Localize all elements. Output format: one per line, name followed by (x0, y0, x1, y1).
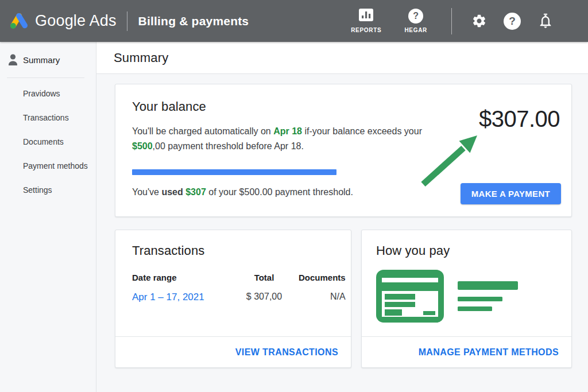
charge-text-part: ,00 payment threshold before Apr 18. (153, 141, 304, 151)
balance-progress-bar (132, 169, 465, 175)
used-word: used (161, 187, 183, 197)
transactions-table: Date range Total Documents Apr 1 – 17, 2… (132, 273, 335, 303)
charge-text-part: You'll be charged automatically on (132, 126, 273, 136)
account-button[interactable]: ? HEGAR (404, 9, 427, 33)
page-title: Summary (114, 51, 169, 65)
reports-button[interactable]: REPORTS (351, 9, 381, 33)
sidebar-summary-label: Summary (23, 55, 60, 65)
transactions-card: Transactions Date range Total Documents … (115, 230, 351, 368)
app-header: Google Ads Billing & payments REPORTS ? … (0, 0, 588, 42)
make-a-payment-button[interactable]: MAKE A PAYMENT (461, 183, 561, 204)
person-icon (8, 54, 18, 65)
settings-gear-icon[interactable] (471, 13, 487, 29)
transactions-card-title: Transactions (132, 243, 335, 258)
sidebar-item-payment-methods[interactable]: Payment methods (0, 154, 96, 178)
table-row-date-range: Apr 1 – 17, 2021 (132, 292, 230, 303)
sidebar-item-settings[interactable]: Settings (0, 178, 96, 202)
header-divider (127, 11, 127, 31)
used-amount: $307 (185, 187, 206, 197)
trend-up-arrow-icon (417, 134, 481, 191)
page-titlebar: Summary (96, 42, 588, 74)
column-header-date-range: Date range (132, 273, 230, 282)
section-title: Billing & payments (138, 14, 249, 28)
manage-payment-methods-link[interactable]: MANAGE PAYMENT METHODS (419, 347, 559, 358)
sidebar: Summary Pravidows Transactions Documents… (0, 42, 96, 392)
table-row-documents: N/A (299, 292, 346, 303)
account-label: HEGAR (404, 27, 427, 33)
column-header-documents: Documents (299, 273, 346, 282)
date-range-link[interactable]: Apr 1 – 17, 2021 (132, 292, 204, 302)
notifications-bell-icon[interactable] (537, 13, 554, 29)
used-text-part: of your $500.00 payment threshold. (206, 187, 353, 197)
how-you-pay-card-footer: MANAGE PAYMENT METHODS (362, 336, 571, 367)
balance-card: Your balance You'll be charged automatic… (115, 84, 572, 217)
column-header-total: Total (230, 273, 299, 282)
sidebar-item-documents[interactable]: Documents (0, 130, 96, 154)
table-row-total: $ 307,00 (230, 292, 299, 303)
credit-card-illustration-icon (376, 270, 571, 325)
bar-chart-icon (359, 9, 373, 24)
balance-progress-fill (132, 169, 336, 175)
brand-name: Google Ads (35, 12, 117, 30)
how-you-pay-card: How you pay (361, 230, 572, 368)
sidebar-item-summary[interactable]: Summary (0, 53, 96, 67)
sidebar-item-pravidows[interactable]: Pravidows (0, 81, 96, 106)
charge-date: Apr 18 (273, 126, 302, 136)
charge-threshold: $500 (132, 141, 153, 151)
header-vertical-divider (451, 8, 452, 34)
sidebar-item-transactions[interactable]: Transactions (0, 106, 96, 130)
sidebar-divider (7, 77, 84, 78)
view-transactions-link[interactable]: VIEW TRANSACTIONS (235, 347, 338, 358)
balance-charge-text: You'll be charged automatically on Apr 1… (132, 124, 432, 154)
transactions-card-footer: VIEW TRANSACTIONS (115, 336, 351, 367)
help-icon[interactable]: ? (504, 13, 521, 30)
charge-text-part: if-your balance exceeds your (302, 126, 422, 136)
balance-amount: $307.00 (479, 106, 560, 132)
used-text-part: You've (132, 187, 161, 197)
how-you-pay-title: How you pay (376, 243, 571, 258)
question-circle-icon: ? (408, 9, 423, 24)
reports-label: REPORTS (351, 27, 381, 33)
google-ads-logo-icon[interactable] (8, 11, 29, 30)
